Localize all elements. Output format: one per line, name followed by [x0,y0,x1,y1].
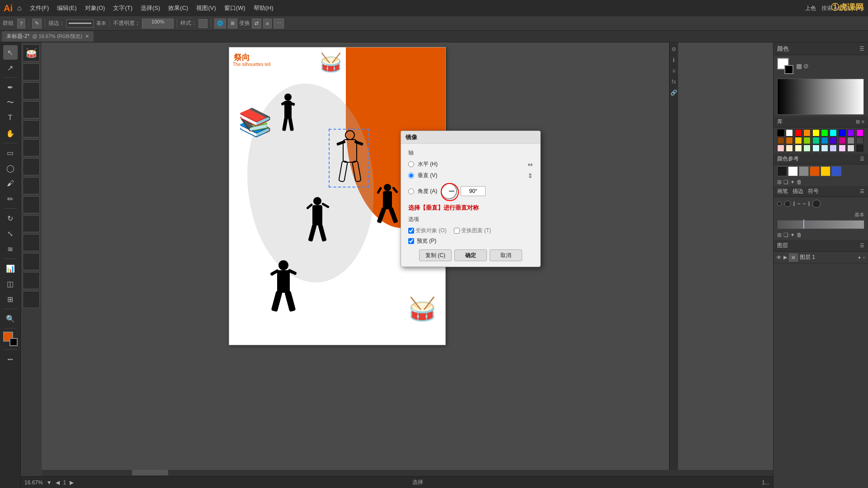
swatch-cell-5[interactable] [821,129,828,136]
swatch-cell-18[interactable] [847,137,854,144]
color-ref-swatch-1[interactable] [777,166,787,176]
swatch-cell-4[interactable] [812,129,820,136]
page-next-btn[interactable]: ▶ [70,479,74,486]
copy-btn[interactable]: 复制 (C) [419,249,452,261]
panel-fx-icon[interactable]: fx [672,79,676,85]
pen-tool[interactable]: ✒ [3,80,18,94]
color-ref-action-1[interactable]: ⊞ [777,179,782,185]
swatch-cell-3[interactable] [803,129,811,136]
copy-object-option[interactable]: 变换对象 (O) [408,227,447,235]
layer-eye-icon[interactable]: 👁 [776,254,782,261]
layer-lock-indicator[interactable]: ○ [863,255,865,260]
zoom-dropdown-icon[interactable]: ▼ [47,479,52,486]
asset-thumb-fig7[interactable] [23,177,40,194]
opacity-input[interactable]: 100% [142,19,174,28]
swatch-cell-16[interactable] [830,137,837,144]
desc-tab[interactable]: 描边 [793,188,803,195]
gradient-icon[interactable]: ▦ [796,62,802,70]
asset-thumb-fig9[interactable] [23,215,40,232]
asset-thumb-fig11[interactable] [23,253,40,270]
web-btn[interactable]: 🌐 [214,19,226,28]
asset-thumb-fig1[interactable] [23,63,40,80]
swatch-cell-19[interactable] [856,137,863,144]
zoom-tool[interactable]: 🔍 [3,311,18,326]
touch-tool[interactable]: ✋ [3,126,18,141]
swatch-cell-21[interactable] [786,145,793,152]
swatch-cell-8[interactable] [847,129,854,136]
swatch-cell-24[interactable] [812,145,820,152]
curvature-tool[interactable]: 〜 [3,95,18,110]
color-gradient-bar[interactable] [777,79,864,115]
swatch-cell-14[interactable] [812,137,820,144]
more-btn[interactable]: ⋯ [274,19,284,28]
stroke-gradient-bar[interactable] [777,220,864,229]
align-btn[interactable]: ≡ [263,19,271,28]
canvas-area[interactable]: 🥁 祭向 The s [21,42,773,488]
stroke-color-swatch[interactable] [784,65,793,74]
angle-dial[interactable] [441,183,457,199]
none-icon[interactable]: ⊘ [803,62,809,70]
swatch-cell-12[interactable] [795,137,802,144]
paintbrush-tool[interactable]: 🖌 [3,176,18,191]
menu-text[interactable]: 文字(T) [110,3,135,13]
symbol-tab[interactable]: 符号 [808,188,819,195]
color-ref-swatch-6[interactable] [831,166,841,176]
color-ref-action-4[interactable]: 🗑 [797,179,802,185]
ellipse-tool[interactable]: ◯ [3,161,18,175]
menu-select[interactable]: 选择(S) [138,3,163,13]
swatch-cell-22[interactable] [795,145,802,152]
menu-view[interactable]: 视图(V) [193,3,218,13]
asset-thumb-fig12[interactable] [23,272,40,289]
swatch-cell-26[interactable] [830,145,837,152]
layers-menu-icon[interactable]: ☰ [860,243,864,249]
asset-thumb-fig13[interactable] [23,291,40,308]
color-ref-action-2[interactable]: ❑ [783,179,788,185]
copy-pattern-option[interactable]: 变换图案 (T) [454,227,491,235]
layer-expand-icon[interactable]: ▶ [783,254,787,260]
angle-input[interactable] [461,186,486,196]
type-tool[interactable]: T [3,111,18,125]
swatch-cell-10[interactable] [777,137,784,144]
color-ref-menu-icon[interactable]: ☰ [860,156,864,162]
stroke-action-3[interactable]: ✦ [790,232,795,238]
warp-tool[interactable]: ≋ [3,242,18,256]
asset-thumb-drum[interactable]: 🥁 [23,44,40,61]
horizontal-radio[interactable] [408,161,414,167]
stroke-action-1[interactable]: ⊞ [777,232,782,238]
swatch-cell-29[interactable] [856,145,863,152]
swatch-cell-28[interactable] [847,145,854,152]
swatch-cell-11[interactable] [786,137,793,144]
copy-pattern-checkbox[interactable] [454,228,460,234]
h-scrollbar-thumb[interactable] [132,470,168,475]
color-ref-swatch-5[interactable] [821,166,830,176]
color-ref-swatch-4[interactable] [810,166,820,176]
swatch-cell-15[interactable] [821,137,828,144]
asset-thumb-fig10[interactable] [23,234,40,251]
stroke-dot-2[interactable] [784,201,791,207]
direct-select-tool[interactable]: ↗ [3,61,18,75]
asset-thumb-fig4[interactable] [23,120,40,137]
rect-tool[interactable]: ▭ [3,145,18,160]
stroke-dot-3[interactable] [812,200,821,208]
swatch-cell-13[interactable] [803,137,811,144]
asset-thumb-fig3[interactable] [23,101,40,118]
mesh-tool[interactable]: ⊞ [3,292,18,306]
swatch-cell-9[interactable] [856,129,863,136]
asset-thumb-fig6[interactable] [23,158,40,175]
color-swatch-area[interactable] [3,332,18,346]
gradient-tool[interactable]: ◫ [3,277,18,291]
menu-object[interactable]: 对象(O) [82,3,108,13]
layer-visibility-indicator[interactable]: ● [858,255,861,260]
swatch-cell-2[interactable] [795,129,802,136]
scale-tool[interactable]: ⤡ [3,226,18,241]
menu-window[interactable]: 窗口(W) [222,3,248,13]
swatch-cell-23[interactable] [803,145,811,152]
graph-tool[interactable]: 📊 [3,261,18,276]
stroke-swatch[interactable] [9,338,18,346]
stroke-action-2[interactable]: ❑ [783,232,788,238]
stroke-dot-1[interactable] [777,202,782,206]
menu-effect[interactable]: 效果(C) [165,3,191,13]
swatch-cell-20[interactable] [777,145,784,152]
tab-close-btn[interactable]: ✕ [85,33,89,39]
swatch-cell-17[interactable] [839,137,846,144]
